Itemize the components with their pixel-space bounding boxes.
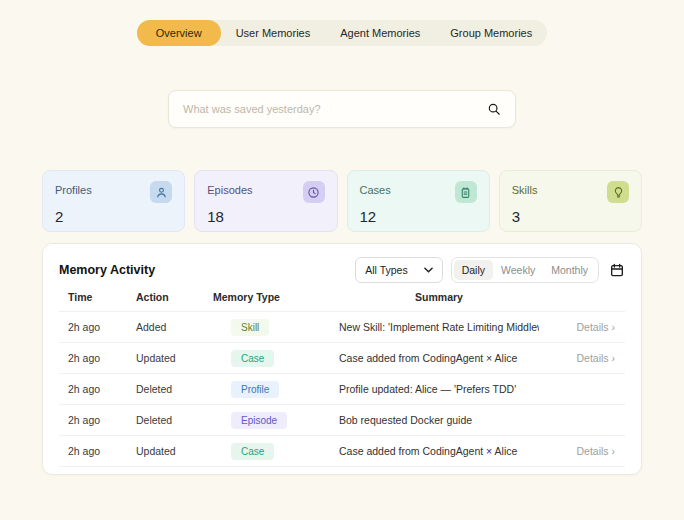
chevron-down-icon — [424, 267, 433, 273]
row-summary: Profile updated: Alice — 'Prefers TDD' — [326, 383, 539, 395]
table-row: 2h ago Updated Case Case added from Codi… — [59, 436, 625, 467]
row-action: Deleted — [136, 383, 213, 395]
row-summary: Case added from CodingAgent × Alice — [326, 352, 539, 364]
stat-value: 2 — [55, 208, 172, 225]
stat-label: Profiles — [55, 184, 92, 196]
stat-label: Cases — [360, 184, 391, 196]
column-header-action: Action — [136, 291, 213, 303]
stat-cards-row: Profiles 2 Episodes 18 Cases — [42, 170, 642, 232]
memory-type-badge: Episode — [231, 412, 287, 429]
row-action: Deleted — [136, 414, 213, 426]
memory-type-badge: Case — [231, 443, 274, 460]
tab-agent-memories[interactable]: Agent Memories — [325, 20, 435, 46]
column-header-summary: Summary — [326, 291, 539, 303]
memory-type-badge: Case — [231, 350, 274, 367]
row-action: Added — [136, 321, 213, 333]
stat-value: 12 — [360, 208, 477, 225]
row-summary: Bob requested Docker guide — [326, 414, 539, 426]
stat-card-cases: Cases 12 — [347, 170, 490, 232]
row-time: 2h ago — [68, 383, 136, 395]
row-action: Updated — [136, 445, 213, 457]
table-header: Time Action Memory Type Summary — [59, 283, 625, 312]
search-box — [168, 90, 516, 128]
row-time: 2h ago — [68, 445, 136, 457]
panel-header: Memory Activity All Types Daily Weekly M… — [59, 257, 625, 283]
memory-dashboard: { "theme": { "page_bg": "#faf8ef", "acce… — [0, 0, 684, 520]
column-header-time: Time — [68, 291, 136, 303]
row-time: 2h ago — [68, 352, 136, 364]
details-link[interactable]: Details › — [539, 352, 615, 364]
details-link[interactable]: Details › — [539, 445, 615, 457]
search-icon[interactable] — [487, 102, 515, 116]
memory-activity-panel: Memory Activity All Types Daily Weekly M… — [42, 243, 642, 475]
stat-value: 18 — [207, 208, 324, 225]
search-input[interactable] — [169, 103, 487, 115]
bulb-icon — [607, 181, 629, 203]
stat-card-skills: Skills 3 — [499, 170, 642, 232]
calendar-icon[interactable] — [609, 262, 625, 278]
row-time: 2h ago — [68, 321, 136, 333]
memory-type-badge: Skill — [231, 319, 269, 336]
details-link[interactable]: Details › — [539, 321, 615, 333]
type-filter-value: All Types — [365, 264, 407, 276]
stat-value: 3 — [512, 208, 629, 225]
tab-group-memories[interactable]: Group Memories — [435, 20, 547, 46]
period-monthly[interactable]: Monthly — [543, 260, 596, 280]
row-summary: Case added from CodingAgent × Alice — [326, 445, 539, 457]
activity-controls: All Types Daily Weekly Monthly — [355, 257, 625, 283]
panel-title: Memory Activity — [59, 263, 155, 277]
stat-card-episodes: Episodes 18 — [194, 170, 337, 232]
stat-card-profiles: Profiles 2 — [42, 170, 185, 232]
memory-type-badge: Profile — [231, 381, 279, 398]
table-row: 2h ago Deleted Episode Bob requested Doc… — [59, 405, 625, 436]
row-action: Updated — [136, 352, 213, 364]
period-toggle: Daily Weekly Monthly — [451, 257, 599, 283]
row-summary: New Skill: 'Implement Rate Limiting Midd… — [326, 321, 539, 333]
tab-bar: Overview User Memories Agent Memories Gr… — [137, 20, 547, 46]
clock-icon — [303, 181, 325, 203]
stat-label: Episodes — [207, 184, 252, 196]
table-row: 2h ago Added Skill New Skill: 'Implement… — [59, 312, 625, 343]
user-icon — [150, 181, 172, 203]
period-weekly[interactable]: Weekly — [493, 260, 543, 280]
row-time: 2h ago — [68, 414, 136, 426]
search-row — [168, 90, 516, 128]
type-filter-select[interactable]: All Types — [355, 257, 442, 283]
clipboard-icon — [455, 181, 477, 203]
column-header-type: Memory Type — [213, 291, 326, 303]
period-daily[interactable]: Daily — [454, 260, 493, 280]
stat-label: Skills — [512, 184, 538, 196]
table-row: 2h ago Updated Case Case added from Codi… — [59, 343, 625, 374]
tab-overview[interactable]: Overview — [137, 20, 221, 46]
table-row: 2h ago Deleted Profile Profile updated: … — [59, 374, 625, 405]
tab-user-memories[interactable]: User Memories — [221, 20, 326, 46]
